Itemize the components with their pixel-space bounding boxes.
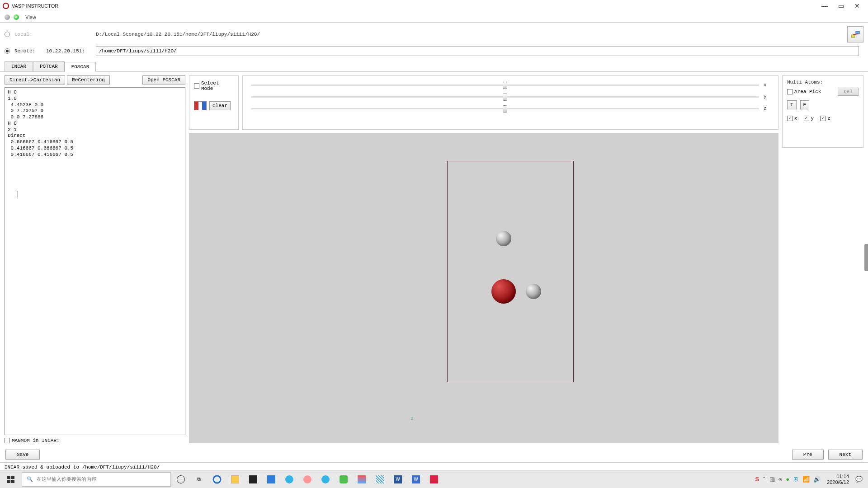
checkbox-icon xyxy=(787,89,793,94)
local-path-row: Local: D:/Local_Storage/10.22.20.151/hom… xyxy=(0,23,868,44)
slider-z[interactable] xyxy=(251,108,759,109)
poscar-textarea[interactable]: H O 1.0 4.45238 0 0 0 7.70757 0 0 0 7.27… xyxy=(5,87,185,435)
menubar: A View xyxy=(0,12,868,23)
app-icon-5[interactable] xyxy=(372,472,388,487)
wifi-icon[interactable]: 📶 xyxy=(802,476,810,483)
save-button[interactable]: Save xyxy=(5,450,40,460)
z-checkbox[interactable]: z xyxy=(820,116,830,121)
slider-y-row: y xyxy=(251,94,770,99)
checkbox-icon xyxy=(820,116,826,121)
y-label: y xyxy=(811,116,814,121)
file-tabs: INCAR POTCAR POSCAR xyxy=(0,60,868,72)
clock-time: 11:14 xyxy=(827,474,849,479)
magmom-checkbox[interactable]: MAGMOM in INCAR: xyxy=(5,438,185,443)
local-radio[interactable] xyxy=(5,32,10,37)
svg-point-6 xyxy=(213,476,221,483)
clear-button[interactable]: Clear xyxy=(209,101,231,110)
tray-usb-icon[interactable]: ⍟ xyxy=(778,476,782,483)
multi-atoms-panel: Multi Atoms: Area Pick Del T F x y z xyxy=(782,75,863,148)
system-tray: S ˄ ▥ ⍟ ● ⛨ 📶 🔊 11:14 2020/6/12 💬 xyxy=(752,474,866,485)
task-view-icon[interactable]: ⧉ xyxy=(191,472,207,487)
remote-ip: 10.22.20.151: xyxy=(46,48,91,54)
atom-h-2[interactable] xyxy=(526,284,541,299)
start-button[interactable] xyxy=(2,472,20,487)
slider-y[interactable] xyxy=(251,96,759,98)
svg-rect-3 xyxy=(11,476,14,479)
app-icon-3[interactable] xyxy=(317,472,334,487)
menu-view[interactable]: View xyxy=(23,14,39,21)
slider-thumb-icon xyxy=(503,105,507,113)
control-row: Select Mode Clear x y z xyxy=(189,75,778,130)
next-button[interactable]: Next xyxy=(828,450,863,460)
tray-green-icon[interactable]: ● xyxy=(786,476,789,483)
t-button[interactable]: T xyxy=(787,100,797,109)
app-icon-4[interactable] xyxy=(354,472,370,487)
atom-o-1[interactable] xyxy=(491,279,516,304)
window-title: VASP INSTRUCTOR xyxy=(12,3,58,9)
slider-y-label: y xyxy=(764,94,770,99)
app-icon xyxy=(3,3,9,9)
mail-icon[interactable] xyxy=(263,472,279,487)
word-icon[interactable]: W xyxy=(390,472,406,487)
titlebar: VASP INSTRUCTOR — ▭ ✕ xyxy=(0,0,868,12)
tab-incar[interactable]: INCAR xyxy=(5,61,33,71)
atom-h-1[interactable] xyxy=(496,231,511,246)
ime-icon[interactable]: S xyxy=(755,476,760,483)
remote-label: Remote: xyxy=(14,48,42,54)
store-icon[interactable] xyxy=(245,472,261,487)
svg-rect-1 xyxy=(856,31,859,34)
tray-display-icon[interactable]: ▥ xyxy=(769,476,775,483)
checkbox-icon xyxy=(804,116,809,121)
explorer-icon[interactable] xyxy=(227,472,243,487)
select-mode-checkbox[interactable]: Select Mode xyxy=(194,80,234,91)
tab-potcar[interactable]: POTCAR xyxy=(33,61,65,71)
remote-path-input[interactable] xyxy=(96,46,859,56)
close-button[interactable]: ✕ xyxy=(849,1,865,11)
app-icon-6[interactable]: W xyxy=(408,472,424,487)
y-checkbox[interactable]: y xyxy=(804,116,814,121)
del-button[interactable]: Del xyxy=(838,88,859,96)
area-pick-checkbox[interactable]: Area Pick xyxy=(787,89,821,94)
area-pick-label: Area Pick xyxy=(794,89,821,94)
color-toggle-button[interactable] xyxy=(194,101,207,110)
app-icon-1[interactable] xyxy=(281,472,297,487)
structure-viewer[interactable]: z xyxy=(189,133,778,443)
slider-x[interactable] xyxy=(251,84,759,86)
unit-cell-outline xyxy=(447,161,574,382)
app-icon-2[interactable] xyxy=(299,472,316,487)
center-panel: Select Mode Clear x y z xyxy=(189,75,778,443)
local-path-text: D:/Local_Storage/10.22.20.151/home/DFT/l… xyxy=(96,32,260,37)
maximize-button[interactable]: ▭ xyxy=(833,1,849,11)
remote-path-row: Remote: 10.22.20.151: xyxy=(0,44,868,60)
tab-poscar[interactable]: POSCAR xyxy=(65,62,96,72)
text-cursor xyxy=(18,191,18,197)
right-scroll-handle[interactable] xyxy=(864,244,868,271)
volume-icon[interactable]: 🔊 xyxy=(813,476,821,483)
connection-button[interactable] xyxy=(847,26,863,42)
multi-atoms-title: Multi Atoms: xyxy=(787,80,859,85)
open-poscar-button[interactable]: Open POSCAR xyxy=(142,75,185,84)
minimize-button[interactable]: — xyxy=(816,1,833,11)
tray-shield-icon[interactable]: ⛨ xyxy=(793,476,799,483)
tray-chevron-icon[interactable]: ˄ xyxy=(763,476,766,483)
direct-cartesian-button[interactable]: Direct->Cartesian xyxy=(5,75,65,84)
x-checkbox[interactable]: x xyxy=(787,116,797,121)
app-icon-7[interactable] xyxy=(426,472,442,487)
edge-icon[interactable] xyxy=(209,472,225,487)
wechat-icon[interactable] xyxy=(335,472,352,487)
taskbar-search[interactable]: 🔍 在这里输入你要搜索的内容 xyxy=(22,472,171,487)
vasp-instructor-taskbar-icon[interactable] xyxy=(444,472,460,487)
clock-date: 2020/6/12 xyxy=(827,479,849,485)
windows-taskbar: 🔍 在这里输入你要搜索的内容 ⧉ W W S ˄ ▥ ⍟ ● ⛨ 📶 🔊 11:… xyxy=(0,470,868,488)
pre-button[interactable]: Pre xyxy=(792,450,824,460)
slider-z-row: z xyxy=(251,106,770,111)
remote-radio[interactable] xyxy=(5,48,10,54)
axis-z-label: z xyxy=(411,417,413,421)
recentering-button[interactable]: ReCentering xyxy=(67,75,110,84)
slider-z-label: z xyxy=(764,106,770,111)
taskbar-clock[interactable]: 11:14 2020/6/12 xyxy=(824,474,852,485)
bottom-toolbar: Save Pre Next xyxy=(0,447,868,462)
f-button[interactable]: F xyxy=(800,100,810,109)
cortana-icon[interactable] xyxy=(173,472,189,487)
notifications-icon[interactable]: 💬 xyxy=(855,476,863,483)
